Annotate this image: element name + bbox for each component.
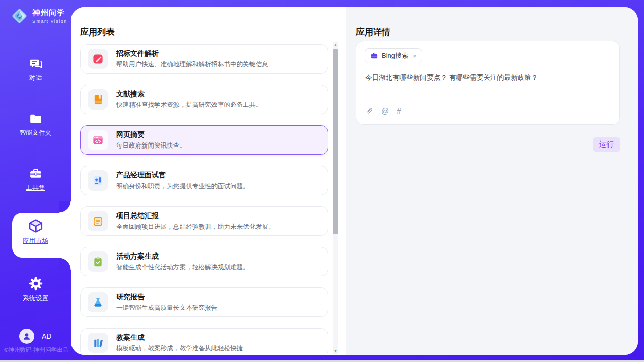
hash-icon[interactable]: # [397, 106, 401, 115]
app-list-scrollbar[interactable]: ▲ ▼ [333, 42, 338, 354]
app-card-title: 项目总结汇报 [116, 211, 275, 221]
prompt-input[interactable]: 今日湖北有哪些新闻要点？ 有哪些需要关注的最新政策？ [365, 73, 612, 83]
note-icon [88, 211, 108, 231]
app-card-desc: 快速精准查找学术资源，提高研究效率的必备工具。 [116, 101, 262, 110]
app-window: 神州问学 Smart Vision 对话 智能文件夹 [0, 0, 644, 362]
sidebar-item-chat[interactable]: 对话 [0, 57, 71, 82]
sidebar-item-smart-folder[interactable]: 智能文件夹 [0, 112, 71, 137]
paperclip-icon[interactable] [365, 106, 374, 115]
briefcase-icon [370, 52, 378, 60]
app-card[interactable]: 产品经理面试官 明确身份和职责，为您提供专业性的面试问题。 [80, 166, 328, 195]
app-card-title: 活动方案生成 [116, 252, 249, 261]
app-card[interactable]: 教案生成 模板驱动，教案秒成，教学准备从此轻松快捷 [80, 328, 328, 354]
app-card-title: 教案生成 [116, 333, 243, 342]
clipboard-check-icon [88, 251, 108, 272]
tool-tag-label: Bing搜索 [382, 51, 408, 60]
sidebar-item-label: 工具集 [26, 184, 45, 192]
app-card-title: 研究报告 [116, 293, 218, 302]
app-list-title: 应用列表 [80, 26, 115, 38]
app-card[interactable]: 活动方案生成 智能生成个性化活动方案，轻松解决规划难题。 [80, 247, 328, 276]
close-icon[interactable]: × [413, 52, 417, 60]
scrollbar-down-button[interactable]: ▼ [333, 348, 338, 354]
scrollbar-thumb[interactable] [333, 49, 338, 234]
tool-tag-bing-search[interactable]: Bing搜索 × [365, 48, 422, 63]
app-card[interactable]: 文献搜索 快速精准查找学术资源，提高研究效率的必备工具。 [80, 85, 328, 114]
app-card-title: 产品经理面试官 [116, 171, 249, 180]
chat-icon [29, 57, 43, 70]
app-card-title: 网页摘要 [116, 130, 186, 139]
sidebar-item-label: 对话 [29, 74, 42, 82]
app-detail-panel: 应用详情 Bing搜索 × 今日湖北有哪些新闻要点？ 有哪些需要关注的最新政策？ [346, 7, 638, 355]
book-icon [88, 89, 108, 110]
app-card-title: 招标文件解析 [116, 49, 268, 58]
app-card-desc: 智能生成个性化活动方案，轻松解决规划难题。 [116, 263, 249, 272]
app-card-desc: 每日政府新闻资讯快查。 [116, 141, 186, 150]
sidebar-item-label: 系统设置 [23, 294, 48, 303]
sidebar-item-label: 智能文件夹 [20, 129, 52, 137]
toolbox-icon [29, 167, 43, 180]
sidebar-item-toolset[interactable]: 工具集 [0, 167, 71, 192]
folder-icon [29, 112, 43, 126]
gear-icon [28, 276, 43, 291]
brand-tagline: Smart Vision [32, 19, 67, 24]
app-card[interactable]: 网页摘要 每日政府新闻资讯快查。 [80, 125, 328, 155]
user-account[interactable]: AD [19, 329, 51, 344]
user-name: AD [42, 332, 51, 340]
interview-doc-icon [88, 170, 108, 191]
brand-diamond-icon [10, 7, 29, 25]
app-card[interactable]: 研究报告 一键智能生成高质量长文本研究报告 [80, 287, 328, 317]
browser-code-icon [88, 130, 108, 150]
sidebar: 神州问学 Smart Vision 对话 智能文件夹 [0, 0, 71, 362]
app-card[interactable]: 招标文件解析 帮助用户快速、准确地理解和解析招标书中的关键信息 [80, 44, 328, 74]
sidebar-item-label: 应用市场 [23, 237, 48, 245]
sidebar-item-settings[interactable]: 系统设置 [0, 276, 71, 303]
brand-name: 神州问学 [32, 8, 67, 18]
flask-icon [88, 292, 108, 312]
app-card-desc: 模板驱动，教案秒成，教学准备从此轻松快捷 [116, 344, 243, 353]
app-card-title: 文献搜索 [116, 90, 262, 99]
app-list-items: 招标文件解析 帮助用户快速、准确地理解和解析招标书中的关键信息 文献搜索 快速精… [80, 42, 328, 354]
books-icon [88, 333, 108, 353]
app-card-desc: 帮助用户快速、准确地理解和解析招标书中的关键信息 [116, 60, 268, 69]
app-card-desc: 一键智能生成高质量长文本研究报告 [116, 304, 218, 312]
avatar [19, 329, 34, 344]
app-list-panel: 应用列表 招标文件解析 帮助用户快速、准确地理解和解析招标书中的关键信息 文献搜… [71, 7, 346, 355]
app-detail-title: 应用详情 [356, 26, 390, 38]
sidebar-item-app-market[interactable]: 应用市场 [0, 218, 71, 245]
copyright-footer: ©神州数码·神州问学出品 [4, 346, 68, 354]
cube-icon [28, 218, 44, 234]
app-card[interactable]: 项目总结汇报 全面回顾项目进展，总结经验教训，助力未来优化发展。 [80, 206, 328, 236]
at-icon[interactable]: @ [381, 106, 389, 115]
prompt-card: Bing搜索 × 今日湖北有哪些新闻要点？ 有哪些需要关注的最新政策？ @ # [356, 41, 620, 125]
run-button[interactable]: 运行 [593, 137, 620, 152]
main-content: 应用列表 招标文件解析 帮助用户快速、准确地理解和解析招标书中的关键信息 文献搜… [71, 7, 638, 355]
scrollbar-up-button[interactable]: ▲ [333, 42, 338, 48]
app-card-desc: 全面回顾项目进展，总结经验教训，助力未来优化发展。 [116, 223, 275, 231]
pen-square-icon [88, 49, 108, 69]
composer-toolbar: @ # [365, 106, 401, 115]
app-card-desc: 明确身份和职责，为您提供专业性的面试问题。 [116, 182, 249, 191]
brand-logo: 神州问学 Smart Vision [10, 7, 67, 25]
